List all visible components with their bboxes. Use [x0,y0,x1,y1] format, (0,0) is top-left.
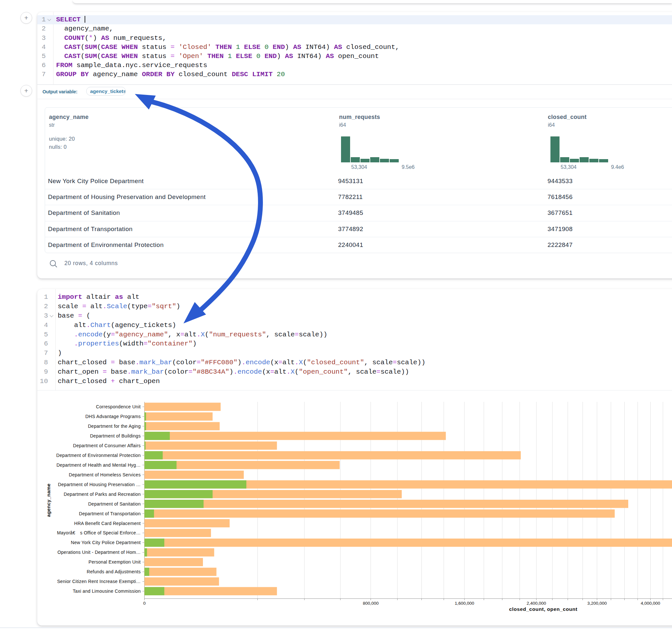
svg-text:DHS Advantage Programs: DHS Advantage Programs [85,414,141,419]
svg-text:HRA Benefit Card Replacement: HRA Benefit Card Replacement [74,521,141,526]
svg-text:4,000,000: 4,000,000 [641,601,660,606]
svg-text:9.5e6: 9.5e6 [402,164,415,170]
svg-text:Department of Homeless Service: Department of Homeless Services [69,472,141,477]
svg-text:Operations Unit - Department o: Operations Unit - Department of Hom… [57,550,141,555]
svg-text:Department of Environmental Pr: Department of Environmental Protection [56,453,141,458]
svg-text:Department of Housing Preserva: Department of Housing Preservation … [58,482,141,487]
svg-text:Department of Parks and Recrea: Department of Parks and Recreation [64,492,141,497]
svg-text:Correspondence Unit: Correspondence Unit [96,404,141,409]
svg-text:closed_count, open_count: closed_count, open_count [509,606,578,612]
svg-text:Mayorâ€ s Office of Special E: Mayorâ€ s Office of Special Enforce… [57,530,141,535]
svg-text:Taxi and Limousine Commission: Taxi and Limousine Commission [73,588,141,594]
svg-text:Department of Sanitation: Department of Sanitation [88,501,141,507]
svg-text:53,304: 53,304 [561,164,577,170]
svg-text:1,600,000: 1,600,000 [455,601,474,606]
svg-text:Personal Exemption Unit: Personal Exemption Unit [89,559,141,564]
svg-text:Department for the Aging: Department for the Aging [88,423,141,429]
svg-text:53,304: 53,304 [352,164,367,170]
svg-text:Refunds and Adjustments: Refunds and Adjustments [87,569,141,574]
svg-text:agency_name: agency_name [46,484,51,517]
svg-text:Department of Consumer Affairs: Department of Consumer Affairs [73,443,141,448]
svg-text:Department of Transportation: Department of Transportation [79,511,141,516]
svg-text:Senior Citizen Rent Increase E: Senior Citizen Rent Increase Exempti… [57,579,141,584]
svg-text:Department of Health and Menta: Department of Health and Mental Hyg… [56,462,141,468]
svg-text:0: 0 [143,601,146,606]
svg-text:2,400,000: 2,400,000 [527,601,546,606]
svg-text:3,200,000: 3,200,000 [587,601,607,606]
svg-text:800,000: 800,000 [363,601,379,606]
svg-text:9.4e6: 9.4e6 [611,164,624,170]
svg-text:New York City Police Departmen: New York City Police Department [71,540,141,545]
svg-text:Department of Buildings: Department of Buildings [90,433,141,438]
